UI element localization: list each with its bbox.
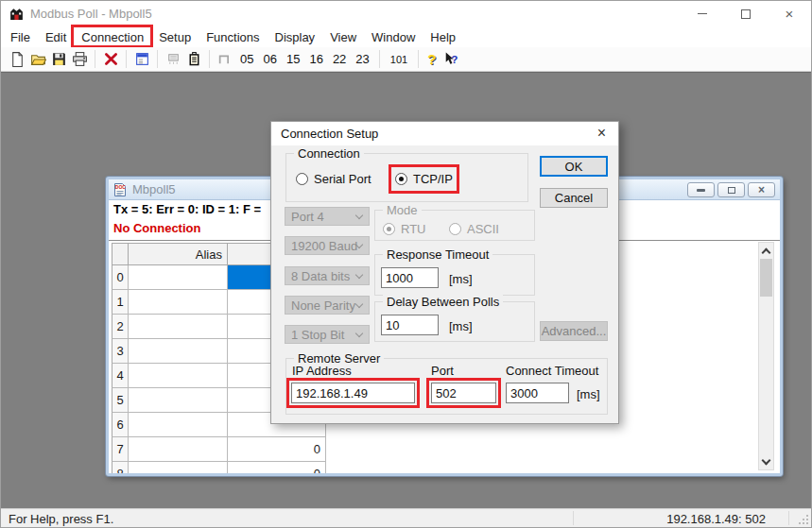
row-header[interactable]: 2 xyxy=(112,315,129,339)
read-write-definition-button[interactable] xyxy=(131,49,152,70)
port-label: Port xyxy=(431,364,454,378)
row-header[interactable]: 6 xyxy=(112,413,129,437)
status-connection-text: 192.168.1.49: 502 xyxy=(666,512,766,526)
print-button[interactable] xyxy=(69,49,90,70)
alias-cell[interactable] xyxy=(129,364,228,388)
menu-view[interactable]: View xyxy=(322,28,364,46)
test-center-button[interactable] xyxy=(183,49,204,70)
ip-address-input[interactable] xyxy=(291,383,415,403)
row-header[interactable]: 5 xyxy=(112,388,129,413)
menu-display[interactable]: Display xyxy=(268,28,323,46)
alias-column-header[interactable]: Alias xyxy=(129,243,228,265)
baud-rate-combo[interactable]: 19200 Baud xyxy=(285,236,370,255)
delay-between-polls-group: Delay Between Polls [ms] xyxy=(374,301,535,342)
row-header[interactable]: 0 xyxy=(112,265,129,290)
cancel-button[interactable]: Cancel xyxy=(540,188,608,208)
single-poll-button[interactable] xyxy=(215,49,235,70)
dialog-close-button[interactable]: × xyxy=(594,125,610,142)
new-file-button[interactable] xyxy=(7,49,27,70)
communication-device-icon-disabled xyxy=(165,51,181,67)
toolbar-separator xyxy=(209,50,210,68)
function-code-06-button[interactable]: 06 xyxy=(258,52,281,66)
context-help-button[interactable]: ? xyxy=(440,49,460,70)
connect-timeout-input[interactable] xyxy=(506,383,569,403)
delay-input[interactable] xyxy=(381,315,439,335)
alias-cell[interactable] xyxy=(129,437,228,462)
row-header[interactable]: 8 xyxy=(112,462,129,473)
vertical-scrollbar[interactable] xyxy=(758,242,774,470)
serial-port-option[interactable]: Serial Port xyxy=(296,172,371,186)
help-button[interactable]: ? xyxy=(423,51,440,67)
table-row: 8 0 xyxy=(112,462,326,473)
serial-port-combo[interactable]: Port 4 xyxy=(285,207,370,226)
function-code-05-button[interactable]: 05 xyxy=(235,52,258,66)
function-code-101-button[interactable]: 101 xyxy=(385,54,413,65)
grid-corner-cell[interactable] xyxy=(112,243,129,265)
ok-button[interactable]: OK xyxy=(540,156,608,177)
tcpip-option[interactable]: TCP/IP xyxy=(395,172,453,186)
app-window: Modbus Poll - Mbpoll5 × File Edit Connec… xyxy=(0,0,812,528)
tcpip-label: TCP/IP xyxy=(413,172,453,186)
minimize-button[interactable] xyxy=(681,1,724,26)
doc-close-button[interactable]: × xyxy=(748,182,775,197)
connection-group: Connection Serial Port TCP/IP xyxy=(285,153,528,202)
serial-port-radio[interactable] xyxy=(296,173,308,185)
open-file-button[interactable] xyxy=(27,49,48,70)
delay-unit: [ms] xyxy=(449,319,473,333)
close-icon: × xyxy=(786,7,794,21)
row-header[interactable]: 4 xyxy=(112,364,129,388)
function-code-23-button[interactable]: 23 xyxy=(351,52,373,66)
alias-cell[interactable] xyxy=(129,315,228,339)
value-cell[interactable]: 0 xyxy=(228,437,326,462)
connection-setup-dialog: Connection Setup × Connection Serial Por… xyxy=(270,121,619,424)
tcpip-radio[interactable] xyxy=(395,173,407,185)
menu-setup[interactable]: Setup xyxy=(151,28,199,46)
alias-cell[interactable] xyxy=(129,462,228,473)
resize-grip[interactable] xyxy=(798,514,809,525)
scroll-up-button[interactable] xyxy=(759,243,773,258)
port-input[interactable] xyxy=(431,383,496,403)
toolbar-separator xyxy=(418,50,419,68)
status-bar: For Help, press F1. 192.168.1.49: 502 xyxy=(1,508,811,527)
value-cell[interactable]: 0 xyxy=(228,462,326,473)
row-header[interactable]: 1 xyxy=(112,290,129,315)
alias-cell[interactable] xyxy=(129,413,228,437)
stop-bit-combo[interactable]: 1 Stop Bit xyxy=(285,325,370,344)
connect-timeout-unit: [ms] xyxy=(577,387,600,401)
title-bar[interactable]: Modbus Poll - Mbpoll5 × xyxy=(1,1,811,26)
alias-cell[interactable] xyxy=(129,290,228,315)
alias-cell[interactable] xyxy=(129,388,228,413)
menu-functions[interactable]: Functions xyxy=(199,28,267,46)
save-button[interactable] xyxy=(48,49,69,70)
chevron-down-icon xyxy=(355,212,363,219)
communication-traffic-button[interactable] xyxy=(163,49,183,70)
restore-icon xyxy=(728,187,735,194)
row-header[interactable]: 3 xyxy=(112,339,129,364)
toolbar-separator xyxy=(95,50,95,68)
function-code-22-button[interactable]: 22 xyxy=(328,52,351,66)
function-code-16-button[interactable]: 16 xyxy=(304,52,327,66)
function-code-15-button[interactable]: 15 xyxy=(282,52,304,66)
scrollbar-thumb[interactable] xyxy=(760,259,772,297)
menu-help[interactable]: Help xyxy=(423,28,463,46)
row-header[interactable]: 7 xyxy=(112,437,129,462)
doc-minimize-button[interactable] xyxy=(687,182,715,197)
disconnect-button[interactable] xyxy=(100,49,121,70)
close-button[interactable]: × xyxy=(768,1,811,26)
parity-combo[interactable]: None Parity xyxy=(285,296,370,315)
chevron-down-icon xyxy=(762,456,771,466)
alias-cell[interactable] xyxy=(129,265,228,290)
response-timeout-input[interactable] xyxy=(381,267,439,288)
data-bits-combo[interactable]: 8 Data bits xyxy=(285,266,370,285)
doc-restore-button[interactable] xyxy=(717,182,745,197)
dialog-title-bar[interactable]: Connection Setup × xyxy=(271,122,618,145)
scroll-down-button[interactable] xyxy=(759,454,773,469)
mode-group-label: Mode xyxy=(383,203,422,217)
menu-file[interactable]: File xyxy=(3,28,38,46)
maximize-button[interactable] xyxy=(724,1,768,26)
menu-edit[interactable]: Edit xyxy=(38,28,74,46)
menu-connection[interactable]: Connection xyxy=(74,28,151,46)
advanced-button[interactable]: Advanced... xyxy=(540,321,608,341)
alias-cell[interactable] xyxy=(129,339,228,364)
menu-window[interactable]: Window xyxy=(364,28,423,46)
